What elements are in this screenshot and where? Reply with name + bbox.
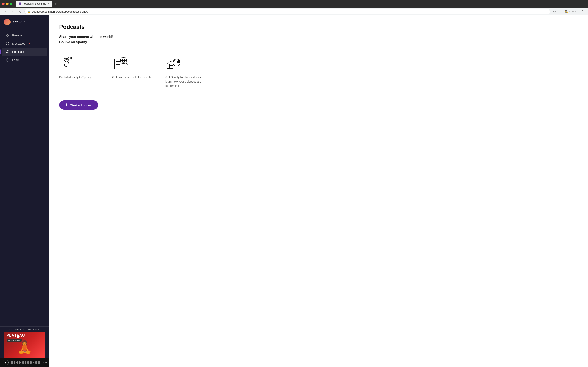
tab-bar: Podcasts | Soundtrap ✕ + — [16, 1, 58, 7]
url-text: soundtrap.com/home/creator/podcasts/no-s… — [32, 10, 88, 13]
podcasts-label: Podcasts — [12, 50, 24, 53]
sidebar-user: ed295181 ··· — [0, 16, 49, 29]
page-title: Podcasts — [59, 24, 578, 30]
tab-favicon — [18, 2, 21, 5]
start-podcast-button[interactable]: 🎙 Start a Podcast — [59, 100, 98, 110]
features-grid: Publish directly to Spotify — [59, 55, 578, 88]
projects-icon — [6, 34, 9, 37]
sidebar-item-podcasts[interactable]: Podcasts — [2, 48, 47, 56]
album-figure: 🧘 — [17, 340, 32, 354]
incognito-icon: 🕵 — [565, 10, 568, 13]
bookmark-button[interactable]: ☆ — [552, 9, 557, 15]
feature-discover-text: Get discovered with transcripts — [112, 75, 153, 80]
waveform — [11, 360, 41, 365]
tab-close-button[interactable]: ✕ — [48, 3, 50, 5]
messages-icon — [6, 42, 9, 45]
discover-icon: www — [112, 55, 129, 71]
sidebar-item-learn[interactable]: Learn — [2, 56, 47, 64]
svg-rect-1 — [8, 34, 9, 35]
more-button[interactable]: ⋮ — [580, 9, 586, 15]
nav-actions: ☆ ⊞ 🕵 Incognito ⋮ — [552, 9, 586, 15]
reload-button[interactable]: ↻ — [17, 9, 23, 15]
album-title: PLATEAU — [7, 334, 25, 337]
projects-label: Projects — [12, 34, 23, 37]
user-menu-button[interactable]: ··· — [42, 20, 45, 24]
feature-analytics: Get Spotify for Podcasters to learn how … — [165, 55, 206, 88]
grid-button[interactable]: ⊞ — [558, 9, 564, 15]
extensions-icon: ⋮⋮ — [581, 2, 586, 6]
album-art: PLATEAU SOUND PACK 🧘 — [4, 332, 45, 358]
learn-icon — [6, 58, 9, 62]
incognito-label: Incognito — [569, 10, 579, 13]
start-podcast-label: Start a Podcast — [70, 103, 93, 107]
app-layout: ed295181 ··· Projects — [0, 16, 588, 367]
incognito-badge[interactable]: 🕵 Incognito — [565, 10, 579, 13]
main-content: Podcasts Share your content with the wor… — [49, 16, 588, 367]
maximize-window-button[interactable] — [10, 3, 12, 5]
tab-title: Podcasts | Soundtrap — [23, 2, 46, 5]
publish-icon — [59, 55, 76, 71]
forward-button[interactable]: › — [10, 9, 16, 15]
svg-point-4 — [6, 42, 9, 45]
username: ed295181 — [13, 20, 39, 24]
feature-analytics-text: Get Spotify for Podcasters to learn how … — [165, 75, 206, 88]
messages-label: Messages — [12, 42, 25, 45]
svg-rect-2 — [6, 36, 7, 37]
lock-icon: 🔒 — [27, 10, 30, 13]
svg-point-5 — [6, 50, 9, 53]
avatar — [4, 19, 11, 25]
sidebar-player: SOUNDTRAP ORIGINALS PLATEAU SOUND PACK 🧘… — [0, 326, 49, 367]
learn-label: Learn — [12, 58, 20, 62]
browser-chrome: Podcasts | Soundtrap ✕ + ⋮⋮ — [0, 0, 588, 8]
subtitle-line1: Share your content with the world! — [59, 34, 578, 40]
sidebar-item-messages[interactable]: Messages — [2, 40, 47, 48]
feature-publish-text: Publish directly to Spotify — [59, 75, 100, 80]
feature-discover: www Get discovered with transcripts — [112, 55, 153, 88]
svg-line-18 — [126, 63, 127, 65]
minimize-window-button[interactable] — [6, 3, 9, 5]
svg-point-6 — [7, 51, 8, 52]
page-subtitle: Share your content with the world! Go li… — [59, 34, 578, 45]
sidebar-navigation: Projects Messages Podcasts — [0, 29, 49, 326]
podcasts-icon — [6, 50, 9, 54]
analytics-icon — [165, 55, 182, 71]
close-window-button[interactable] — [2, 3, 5, 5]
player-label: SOUNDTRAP ORIGINALS — [0, 327, 49, 332]
window-controls — [2, 3, 12, 5]
new-tab-button[interactable]: + — [53, 2, 58, 6]
play-button[interactable]: ▶ — [3, 360, 9, 365]
svg-rect-0 — [6, 34, 7, 35]
feature-publish: Publish directly to Spotify — [59, 55, 100, 88]
address-bar[interactable]: 🔒 soundtrap.com/home/creator/podcasts/no… — [25, 9, 550, 15]
nav-bar: ‹ › ↻ 🔒 soundtrap.com/home/creator/podca… — [0, 8, 588, 16]
player-controls: ▶ — [0, 358, 49, 367]
svg-rect-3 — [8, 36, 9, 37]
svg-rect-19 — [167, 64, 169, 68]
messages-notification-dot — [29, 43, 30, 44]
back-button[interactable]: ‹ — [2, 9, 8, 15]
svg-rect-20 — [170, 66, 173, 68]
svg-marker-7 — [6, 58, 9, 61]
mic-icon: 🎙 — [65, 103, 68, 107]
subtitle-line2: Go live on Spotify. — [59, 40, 578, 45]
player-time: 1:55 — [43, 361, 47, 364]
sidebar-item-projects[interactable]: Projects — [2, 32, 47, 39]
active-tab[interactable]: Podcasts | Soundtrap ✕ — [16, 1, 52, 7]
sidebar: ed295181 ··· Projects — [0, 16, 49, 367]
